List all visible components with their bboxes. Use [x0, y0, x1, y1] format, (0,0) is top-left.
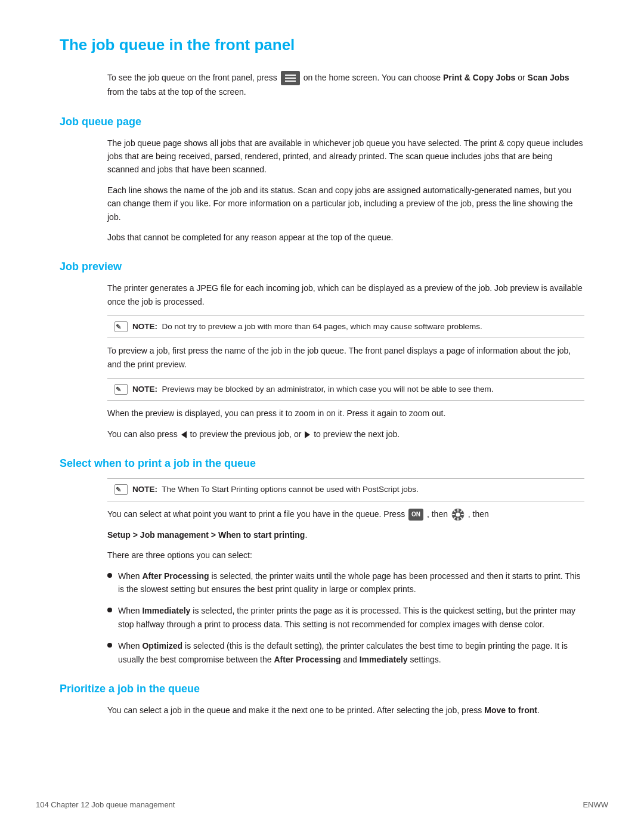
- options-intro: There are three options you can select:: [107, 549, 584, 562]
- footer: 104 Chapter 12 Job queue management ENWW: [0, 800, 644, 809]
- section-body-prioritize: You can select a job in the queue and ma…: [107, 704, 584, 717]
- job-preview-para-1: The printer generates a JPEG file for ea…: [107, 281, 584, 308]
- job-preview-para-2: To preview a job, first press the name o…: [107, 344, 584, 371]
- footer-right: ENWW: [583, 800, 608, 809]
- intro-text-middle: on the home screen. You can choose: [304, 73, 441, 82]
- note-label-2: NOTE:: [132, 385, 157, 394]
- select-intro-before: You can select at what point you want to…: [107, 509, 407, 519]
- intro-text-end: from the tabs at the top of the screen.: [107, 87, 246, 97]
- intro-bold1: Print & Copy Jobs: [443, 73, 515, 82]
- arrow-text-middle: to preview the previous job, or: [190, 429, 304, 439]
- bullet-dot-1: [107, 573, 112, 578]
- right-arrow-icon: [305, 431, 310, 438]
- note-text-2: NOTE: Previews may be blocked by an admi…: [132, 383, 494, 395]
- gear-icon: [451, 508, 465, 521]
- on-button-icon: ON: [408, 509, 423, 521]
- page-container: The job queue in the front panel To see …: [0, 0, 644, 833]
- left-arrow-icon: [181, 431, 187, 438]
- bullet-dot-2: [107, 608, 112, 612]
- section-body-job-preview: The printer generates a JPEG file for ea…: [107, 281, 584, 441]
- option-after-processing-text: When After Processing is selected, the p…: [118, 569, 584, 596]
- section-heading-job-preview: Job preview: [60, 261, 584, 273]
- path-bold: Setup > Job management > When to start p…: [107, 530, 305, 540]
- job-preview-para-3: When the preview is displayed, you can p…: [107, 407, 584, 420]
- svg-text:✎: ✎: [116, 386, 121, 393]
- option-optimized: When Optimized is selected (this is the …: [107, 639, 584, 666]
- note-box-2: ✎ NOTE: Previews may be blocked by an ad…: [107, 378, 584, 401]
- prioritize-para: You can select a job in the queue and ma…: [107, 704, 584, 717]
- note-label-1: NOTE:: [132, 322, 157, 331]
- note-icon-1: ✎: [114, 321, 128, 332]
- svg-rect-2: [285, 78, 296, 79]
- section-heading-job-queue-page: Job queue page: [60, 116, 584, 128]
- section-body-select-when: ✎ NOTE: The When To Start Printing optio…: [107, 478, 584, 666]
- note-box-1: ✎ NOTE: Do not try to preview a job with…: [107, 315, 584, 338]
- option-after-processing: When After Processing is selected, the p…: [107, 569, 584, 596]
- svg-text:✎: ✎: [116, 323, 121, 330]
- job-queue-para-3: Jobs that cannot be completed for any re…: [107, 231, 584, 244]
- svg-rect-3: [285, 80, 296, 82]
- option-immediately: When Immediately is selected, the printe…: [107, 604, 584, 631]
- intro-text-before: To see the job queue on the front panel,…: [107, 73, 277, 82]
- svg-rect-1: [285, 75, 296, 76]
- note-label-3: NOTE:: [132, 485, 157, 494]
- select-when-path: Setup > Job management > When to start p…: [107, 528, 584, 541]
- note-icon-3: ✎: [114, 484, 128, 495]
- note-box-3: ✎ NOTE: The When To Start Printing optio…: [107, 478, 584, 501]
- options-list: When After Processing is selected, the p…: [107, 569, 584, 666]
- select-intro-comma2: , then: [468, 509, 489, 519]
- job-queue-para-2: Each line shows the name of the job and …: [107, 184, 584, 224]
- intro-bold2: Scan Jobs: [528, 73, 569, 82]
- svg-point-11: [456, 512, 460, 516]
- option-optimized-text: When Optimized is selected (this is the …: [118, 639, 584, 666]
- note-text-1: NOTE: Do not try to preview a job with m…: [132, 321, 482, 333]
- intro-text-after: or: [518, 73, 527, 82]
- section-heading-select-when: Select when to print a job in the queue: [60, 457, 584, 470]
- option-immediately-text: When Immediately is selected, the printe…: [118, 604, 584, 631]
- note-text-3: NOTE: The When To Start Printing options…: [132, 484, 419, 496]
- footer-left: 104 Chapter 12 Job queue management: [36, 800, 175, 809]
- note-icon-2: ✎: [114, 384, 128, 395]
- job-preview-arrow-text: You can also press to preview the previo…: [107, 428, 584, 441]
- section-body-job-queue-page: The job queue page shows all jobs that a…: [107, 137, 584, 244]
- bullet-dot-3: [107, 643, 112, 648]
- queue-icon: [281, 71, 300, 85]
- intro-paragraph: To see the job queue on the front panel,…: [107, 71, 584, 99]
- select-intro-comma1: , then: [427, 509, 450, 519]
- select-when-intro: You can select at what point you want to…: [107, 507, 584, 521]
- section-heading-prioritize: Prioritize a job in the queue: [60, 683, 584, 695]
- job-queue-para-1: The job queue page shows all jobs that a…: [107, 137, 584, 176]
- page-title: The job queue in the front panel: [60, 36, 584, 54]
- arrow-text-before: You can also press: [107, 429, 180, 439]
- arrow-text-after: to preview the next job.: [314, 429, 400, 439]
- svg-text:✎: ✎: [116, 486, 121, 493]
